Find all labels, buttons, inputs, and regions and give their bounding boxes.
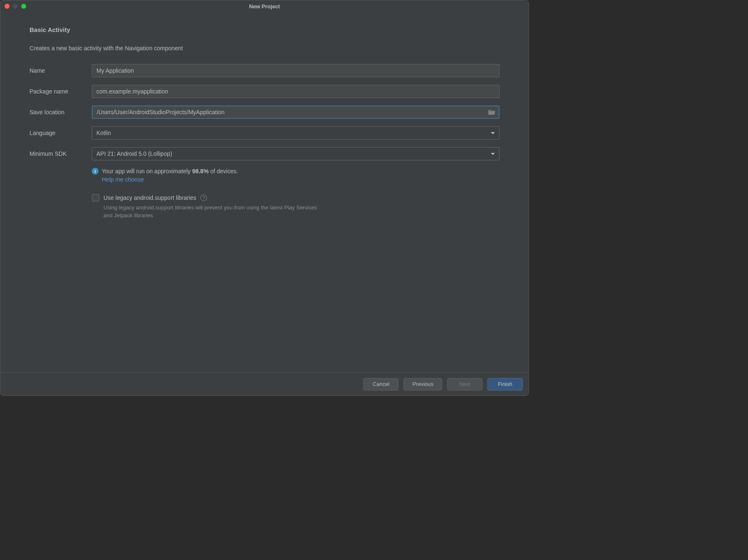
- next-button: Next: [447, 378, 482, 391]
- minsdk-value: API 21: Android 5.0 (Lollipop): [96, 150, 172, 157]
- close-window-icon[interactable]: [5, 4, 10, 9]
- name-label: Name: [30, 67, 92, 74]
- footer: Cancel Previous Next Finish: [0, 372, 529, 395]
- location-input[interactable]: [92, 106, 499, 119]
- chevron-down-icon: [491, 132, 495, 134]
- package-row: Package name: [30, 85, 499, 98]
- browse-folder-icon[interactable]: [488, 109, 495, 115]
- legacy-section: Use legacy android.support libraries ? U…: [92, 194, 499, 220]
- device-coverage-info: i Your app will run on approximately 98.…: [92, 168, 499, 174]
- traffic-lights: [0, 4, 26, 9]
- page-description: Creates a new basic activity with the Na…: [30, 45, 499, 52]
- package-input[interactable]: [92, 85, 499, 98]
- package-label: Package name: [30, 88, 92, 95]
- window-title: New Project: [0, 3, 529, 10]
- new-project-dialog: New Project Basic Activity Creates a new…: [0, 0, 529, 396]
- minsdk-select[interactable]: API 21: Android 5.0 (Lollipop): [92, 147, 499, 160]
- page-heading: Basic Activity: [30, 26, 499, 33]
- minimize-window-icon: [13, 4, 18, 9]
- finish-button[interactable]: Finish: [487, 378, 523, 391]
- legacy-description: Using legacy android.support libraries w…: [103, 204, 320, 220]
- device-coverage-text: Your app will run on approximately 98.8%…: [102, 168, 238, 174]
- location-row: Save location: [30, 106, 499, 119]
- language-row: Language Kotlin: [30, 126, 499, 140]
- minsdk-row: Minimum SDK API 21: Android 5.0 (Lollipo…: [30, 147, 499, 160]
- chevron-down-icon: [491, 153, 495, 155]
- help-me-choose-link[interactable]: Help me choose: [102, 176, 144, 183]
- legacy-checkbox[interactable]: [92, 194, 99, 201]
- language-value: Kotlin: [96, 130, 111, 136]
- content-area: Basic Activity Creates a new basic activ…: [0, 12, 529, 372]
- language-select[interactable]: Kotlin: [92, 126, 499, 140]
- minsdk-label: Minimum SDK: [30, 150, 92, 157]
- info-section: i Your app will run on approximately 98.…: [92, 168, 499, 183]
- language-label: Language: [30, 130, 92, 136]
- titlebar: New Project: [0, 0, 529, 12]
- name-input[interactable]: [92, 64, 499, 77]
- name-row: Name: [30, 64, 499, 77]
- legacy-checkbox-label: Use legacy android.support libraries ?: [103, 194, 207, 201]
- legacy-checkbox-row: Use legacy android.support libraries ?: [92, 194, 499, 201]
- previous-button[interactable]: Previous: [404, 378, 442, 391]
- cancel-button[interactable]: Cancel: [363, 378, 399, 391]
- maximize-window-icon[interactable]: [21, 4, 26, 9]
- info-icon: i: [92, 168, 98, 174]
- location-label: Save location: [30, 109, 92, 115]
- help-icon[interactable]: ?: [200, 194, 207, 201]
